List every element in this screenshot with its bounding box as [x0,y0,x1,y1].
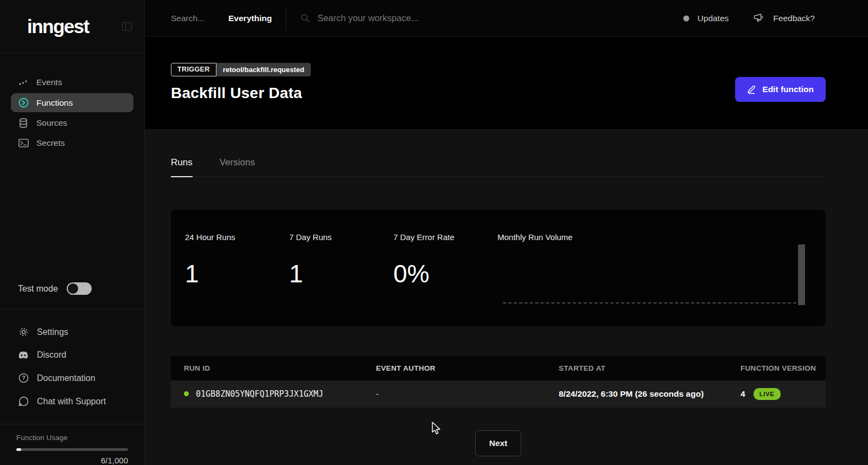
stats-card: 24 Hour Runs 1 7 Day Runs 1 7 Day Error … [171,210,826,326]
stat-7d-runs: 7 Day Runs 1 [289,232,393,307]
sidebar-item-label: Settings [37,327,68,337]
updates-dot-icon [683,15,690,22]
chat-bubble-icon [18,396,29,406]
stat-value: 0% [393,259,497,288]
chart-plot-area [497,246,812,307]
topbar-divider [286,7,286,30]
edit-function-label: Edit function [762,85,814,94]
sidebar-item-events[interactable]: Events [11,73,133,92]
functions-icon [18,98,29,108]
started-at-cell: 8/24/2022, 6:30 PM (26 seconds ago) [546,382,727,406]
runs-table: RUN ID EVENT AUTHOR STARTED AT FUNCTION … [171,356,826,408]
edit-function-button[interactable]: Edit function [735,77,826,102]
event-author-cell: - [363,382,546,406]
topbar-right: Updates Feedback? [683,13,815,23]
trigger-event-name: retool/backfill.requested [216,63,311,76]
column-header-event-author: EVENT AUTHOR [363,356,546,380]
sidebar-item-documentation[interactable]: ? Documentation [0,366,144,390]
stat-value: 1 [289,259,393,288]
sidebar-item-chat-support[interactable]: Chat with Support [0,390,144,413]
feedback-link[interactable]: Feedback? [754,13,815,23]
chart-dashed-baseline [503,302,796,303]
sidebar-item-discord[interactable]: Discord [0,344,144,366]
search-scope-everything[interactable]: Everything [228,14,272,23]
sidebar-item-label: Functions [36,98,73,108]
sidebar-item-settings[interactable]: Settings [0,320,144,344]
test-mode-label: Test mode [18,284,58,294]
sidebar-spacer [0,154,144,282]
monthly-run-volume-chart: Monthly Run Volume [497,232,812,307]
function-usage-value: 6/1,000 [16,456,128,465]
table-row[interactable]: 01GB8ZN05YNQFQ1PRP3JX1GXMJ - 8/24/2022, … [171,380,826,408]
stat-label: 7 Day Runs [289,232,393,242]
sidebar-item-functions[interactable]: Functions [11,93,133,112]
search-icon [301,14,310,23]
function-usage-label: Function Usage [16,434,128,442]
content: Runs Versions 24 Hour Runs 1 7 Day Runs … [145,129,868,465]
sidebar-item-label: Discord [37,350,66,360]
help-circle-icon: ? [18,373,29,383]
trigger-badge-label: TRIGGER [171,63,216,76]
stat-label: 7 Day Error Rate [393,232,497,242]
started-at: 8/24/2022, 6:30 PM (26 seconds ago) [559,389,704,398]
page-title: Backfill User Data [171,85,311,102]
workspace-search [301,13,682,23]
run-status-dot-icon [184,391,189,396]
stat-7d-error-rate: 7 Day Error Rate 0% [393,232,497,307]
sidebar-nav: Events Functions Sources Secrets [0,53,144,154]
sidebar-item-label: Documentation [37,373,95,383]
test-mode-toggle[interactable] [67,282,92,295]
run-id-cell: 01GB8ZN05YNQFQ1PRP3JX1GXMJ [171,382,363,406]
function-usage-progress-fill [16,448,21,451]
secrets-icon [18,139,29,147]
sidebar-item-secrets[interactable]: Secrets [11,134,133,152]
toggle-knob [68,283,78,294]
main-area: Search... Everything Updates Feedback? [145,0,868,465]
function-header: TRIGGER retool/backfill.requested Backfi… [145,37,868,129]
tab-runs[interactable]: Runs [171,157,193,177]
updates-link[interactable]: Updates [683,14,729,23]
column-header-run-id: RUN ID [171,356,363,380]
sidebar-header: inngest [0,0,144,53]
gear-icon [18,327,29,337]
column-header-function-version: FUNCTION VERSION [727,356,826,380]
sidebar-collapse-icon[interactable] [122,21,132,32]
live-status-badge: LIVE [754,388,781,400]
function-usage-block: Function Usage 6/1,000 [0,424,144,465]
feedback-label: Feedback? [773,14,815,23]
test-mode-row: Test mode [0,282,144,309]
pencil-icon [747,85,756,94]
sidebar-utility-nav: Settings Discord ? Documentation Chat wi… [0,309,144,424]
stat-value: 1 [185,259,289,288]
sidebar-item-label: Secrets [36,138,65,148]
stat-24h-runs: 24 Hour Runs 1 [185,232,289,307]
tab-versions[interactable]: Versions [220,157,255,177]
workspace-search-input[interactable] [317,13,513,23]
sidebar: inngest Events Functions Sources [0,0,145,465]
sidebar-item-label: Events [36,78,62,87]
topbar: Search... Everything Updates Feedback? [145,0,868,37]
updates-label: Updates [698,14,729,23]
stat-label: 24 Hour Runs [185,232,289,242]
column-header-started-at: STARTED AT [546,356,727,380]
events-icon [18,79,29,86]
function-version-cell: 4 LIVE [727,380,826,408]
inngest-logo: inngest [27,16,89,37]
tab-bar: Runs Versions [171,157,826,177]
pagination: Next [171,430,826,456]
function-usage-progressbar [16,448,128,451]
sidebar-item-sources[interactable]: Sources [11,114,133,132]
table-header-row: RUN ID EVENT AUTHOR STARTED AT FUNCTION … [171,356,826,380]
run-id: 01GB8ZN05YNQFQ1PRP3JX1GXMJ [196,389,323,399]
svg-text:?: ? [22,375,25,381]
megaphone-icon [754,13,765,23]
chart-title: Monthly Run Volume [497,232,812,242]
next-page-button[interactable]: Next [475,430,522,456]
sidebar-item-label: Sources [36,118,67,128]
search-shortcut[interactable]: Search... [171,14,205,23]
function-version: 4 [741,389,745,399]
discord-icon [18,351,29,359]
trigger-badge: TRIGGER retool/backfill.requested [171,63,311,76]
sidebar-item-label: Chat with Support [37,397,106,406]
chart-bar [798,244,805,305]
